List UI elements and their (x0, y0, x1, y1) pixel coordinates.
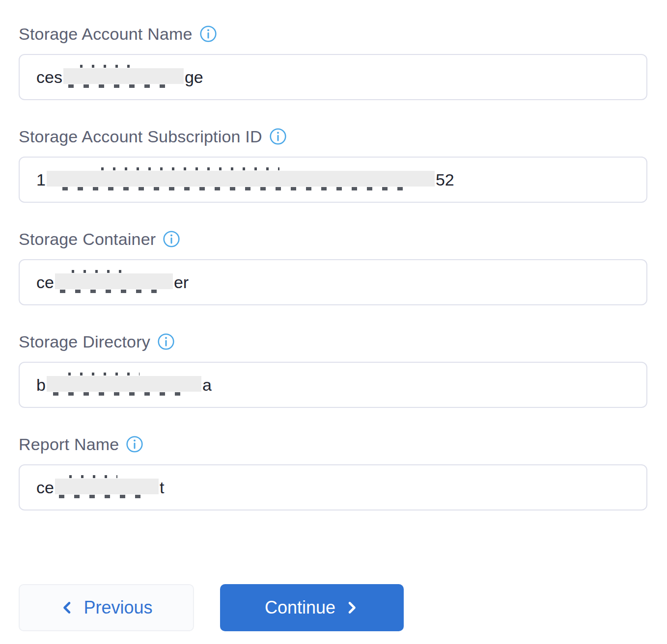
storage-account-subscription-id-input[interactable]: 152 (19, 157, 647, 203)
info-icon[interactable] (269, 128, 287, 145)
redacted-value-overlay (47, 376, 201, 392)
previous-button[interactable]: Previous (19, 584, 194, 631)
storage-directory-label: Storage Directory (19, 331, 150, 352)
info-icon[interactable] (157, 333, 175, 350)
storage-account-name-input[interactable]: cesge (19, 54, 647, 100)
form-actions: Previous Continue (19, 584, 647, 631)
storage-directory-input[interactable]: ba (19, 362, 647, 408)
redacted-value-overlay (55, 273, 173, 289)
redacted-value-overlay (63, 68, 184, 84)
field-storage-account-subscription-id: Storage Account Subscription ID 152 (19, 126, 647, 203)
storage-container-input[interactable]: ceer (19, 259, 647, 305)
value-visible-prefix: ces (36, 68, 62, 87)
value-visible-suffix: er (174, 273, 189, 292)
info-icon[interactable] (199, 25, 217, 43)
redacted-value-overlay (47, 171, 435, 187)
storage-settings-form: Storage Account Name cesge Storage Accou… (0, 0, 667, 644)
info-icon[interactable] (126, 435, 143, 453)
report-name-label: Report Name (19, 434, 119, 455)
value-visible-prefix: 1 (36, 170, 46, 189)
info-icon[interactable] (163, 230, 180, 248)
field-report-name: Report Name cet (19, 434, 647, 510)
field-storage-container: Storage Container ceer (19, 229, 647, 305)
value-visible-prefix: ce (36, 478, 54, 497)
value-visible-suffix: a (202, 376, 212, 395)
value-visible-suffix: 52 (436, 170, 454, 189)
chevron-right-icon (344, 600, 359, 615)
continue-button-label: Continue (265, 597, 335, 618)
storage-account-name-label: Storage Account Name (19, 24, 193, 44)
field-label-row: Report Name (19, 434, 647, 455)
report-name-input[interactable]: cet (19, 464, 647, 510)
value-visible-prefix: b (36, 376, 46, 395)
field-label-row: Storage Account Name (19, 24, 647, 44)
storage-container-label: Storage Container (19, 229, 156, 249)
storage-account-subscription-id-label: Storage Account Subscription ID (19, 126, 262, 147)
value-visible-prefix: ce (36, 273, 54, 292)
field-storage-directory: Storage Directory ba (19, 331, 647, 408)
redacted-value-overlay (55, 479, 159, 494)
continue-button[interactable]: Continue (220, 584, 404, 631)
previous-button-label: Previous (83, 597, 152, 618)
field-label-row: Storage Account Subscription ID (19, 126, 647, 147)
field-storage-account-name: Storage Account Name cesge (19, 24, 647, 100)
value-visible-suffix: t (160, 478, 164, 497)
value-visible-suffix: ge (185, 68, 203, 87)
field-label-row: Storage Container (19, 229, 647, 249)
field-label-row: Storage Directory (19, 331, 647, 352)
chevron-left-icon (60, 600, 75, 615)
